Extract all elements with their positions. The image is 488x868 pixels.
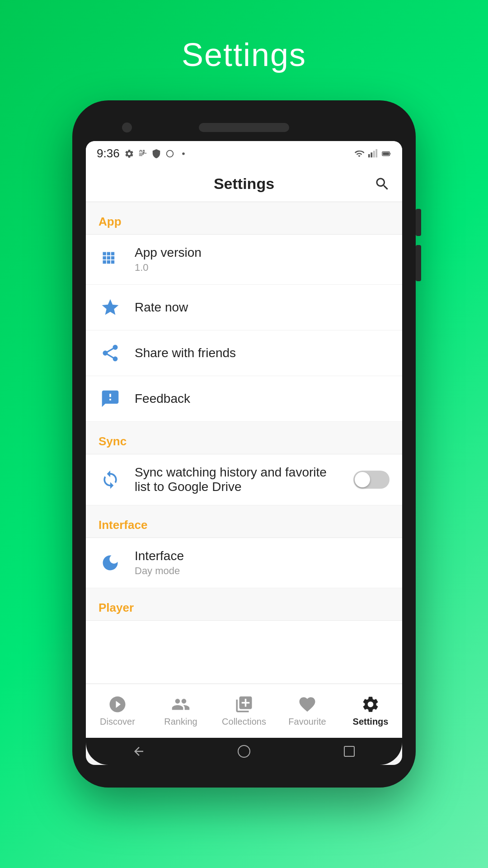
svg-rect-8 bbox=[383, 152, 389, 155]
android-nav bbox=[86, 738, 402, 765]
status-right bbox=[354, 149, 391, 159]
a-status-icon bbox=[138, 149, 148, 159]
recents-square bbox=[344, 746, 355, 757]
phone-device: 9:36 bbox=[72, 100, 416, 788]
back-icon bbox=[132, 745, 145, 758]
nav-item-collections[interactable]: Collections bbox=[212, 684, 276, 738]
ranking-nav-label: Ranking bbox=[164, 717, 197, 727]
status-time: 9:36 bbox=[97, 146, 120, 160]
signal-icon bbox=[368, 149, 378, 159]
bottom-nav: Discover Ranking Collections Favourite bbox=[86, 684, 402, 738]
gear-status-icon bbox=[124, 149, 134, 159]
collections-nav-label: Collections bbox=[222, 717, 266, 727]
interface-text: Interface Day mode bbox=[135, 549, 389, 577]
interface-title: Interface bbox=[135, 549, 389, 563]
toggle-thumb bbox=[355, 472, 370, 487]
svg-rect-3 bbox=[371, 152, 372, 157]
camera bbox=[122, 123, 132, 132]
phone-top bbox=[86, 114, 402, 141]
shield-status-icon bbox=[151, 149, 161, 159]
feedback-icon bbox=[99, 387, 122, 410]
share-title: Share with friends bbox=[135, 346, 389, 360]
settings-content: App App version 1.0 bbox=[86, 202, 402, 684]
ranking-nav-icon bbox=[171, 695, 190, 714]
rate-icon bbox=[99, 296, 122, 319]
dot-status-icon bbox=[178, 149, 188, 159]
app-version-subtitle: 1.0 bbox=[135, 262, 389, 274]
search-icon bbox=[374, 176, 390, 192]
settings-item-app-version[interactable]: App version 1.0 bbox=[86, 235, 402, 285]
circle-status-icon bbox=[165, 149, 175, 159]
speaker bbox=[199, 123, 289, 132]
svg-rect-2 bbox=[368, 154, 370, 157]
recents-button[interactable] bbox=[340, 742, 358, 760]
battery-icon bbox=[381, 149, 391, 159]
settings-item-rate[interactable]: Rate now bbox=[86, 285, 402, 330]
settings-item-share[interactable]: Share with friends bbox=[86, 330, 402, 376]
nav-item-discover[interactable]: Discover bbox=[86, 684, 149, 738]
svg-rect-4 bbox=[373, 151, 375, 157]
sync-toggle[interactable] bbox=[353, 471, 389, 489]
svg-rect-7 bbox=[389, 153, 390, 155]
status-bar: 9:36 bbox=[86, 141, 402, 166]
interface-subtitle: Day mode bbox=[135, 565, 389, 577]
settings-nav-label: Settings bbox=[353, 717, 389, 727]
app-version-icon bbox=[99, 248, 122, 271]
discover-nav-label: Discover bbox=[100, 717, 135, 727]
favourite-nav-icon bbox=[298, 695, 317, 714]
settings-item-feedback[interactable]: Feedback bbox=[86, 376, 402, 422]
back-button[interactable] bbox=[130, 742, 148, 760]
phone-screen: 9:36 bbox=[86, 141, 402, 765]
sync-icon bbox=[99, 468, 122, 491]
discover-nav-icon bbox=[108, 695, 127, 714]
search-button[interactable] bbox=[373, 175, 391, 193]
settings-item-interface[interactable]: Interface Day mode bbox=[86, 538, 402, 588]
svg-rect-5 bbox=[375, 149, 377, 157]
home-circle bbox=[238, 745, 250, 758]
sync-text: Sync watching history and favorite list … bbox=[135, 465, 341, 494]
nav-item-ranking[interactable]: Ranking bbox=[149, 684, 212, 738]
section-header-app: App bbox=[86, 202, 402, 235]
collections-nav-icon bbox=[235, 695, 253, 714]
settings-item-sync[interactable]: Sync watching history and favorite list … bbox=[86, 454, 402, 505]
power-button bbox=[416, 245, 421, 281]
share-icon bbox=[99, 341, 122, 365]
feedback-text: Feedback bbox=[135, 392, 389, 406]
favourite-nav-label: Favourite bbox=[288, 717, 326, 727]
app-bar: Settings bbox=[86, 166, 402, 202]
status-left: 9:36 bbox=[97, 146, 188, 160]
status-icons bbox=[124, 149, 188, 159]
home-button[interactable] bbox=[235, 742, 253, 760]
settings-nav-icon bbox=[361, 695, 380, 714]
section-header-player: Player bbox=[86, 588, 402, 621]
app-version-text: App version 1.0 bbox=[135, 245, 389, 274]
interface-icon bbox=[99, 551, 122, 575]
nav-item-favourite[interactable]: Favourite bbox=[276, 684, 339, 738]
feedback-title: Feedback bbox=[135, 392, 389, 406]
svg-point-1 bbox=[182, 152, 185, 155]
rate-text: Rate now bbox=[135, 300, 389, 315]
volume-button bbox=[416, 209, 421, 236]
nav-item-settings[interactable]: Settings bbox=[339, 684, 402, 738]
page-title: Settings bbox=[182, 36, 306, 73]
sync-title: Sync watching history and favorite list … bbox=[135, 465, 341, 494]
svg-point-0 bbox=[166, 150, 173, 157]
wifi-icon bbox=[354, 149, 364, 159]
section-header-interface: Interface bbox=[86, 505, 402, 538]
rate-title: Rate now bbox=[135, 300, 389, 315]
share-text: Share with friends bbox=[135, 346, 389, 360]
app-bar-title: Settings bbox=[214, 175, 274, 193]
section-header-sync: Sync bbox=[86, 422, 402, 454]
app-version-title: App version bbox=[135, 245, 389, 260]
